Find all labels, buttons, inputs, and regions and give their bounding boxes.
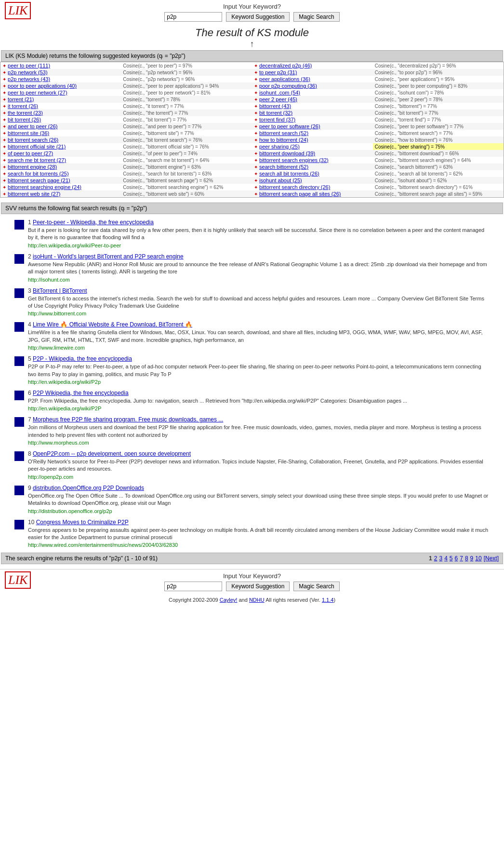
result-item: 2 isoHunt - World's largest BitTorrent a… (14, 253, 490, 283)
ks-left-keyword[interactable]: ✦ bittorrent site (36) (0, 130, 121, 136)
result-item: 1 Peer-to-peer - Wikipedia, the free enc… (14, 219, 490, 248)
result-title-link[interactable]: P2P - Wikipedia, the free encyclopedia (33, 355, 132, 362)
page-link[interactable]: 10 (475, 555, 481, 562)
search-results-list: 1 Peer-to-peer - Wikipedia, the free enc… (0, 219, 504, 548)
ks-right-keyword[interactable]: ✦ bittorrent search (52) (252, 130, 373, 136)
ks-left-keyword[interactable]: ✦ p2p networks (43) (0, 76, 121, 82)
ks-right-keyword[interactable]: ✦ bittorrent (43) (252, 103, 373, 109)
search-input-bottom[interactable] (164, 582, 222, 591)
ks-table-row: ✦ poor to peer applications (40) Cosine(… (0, 82, 504, 89)
ks-right-keyword[interactable]: ✦ isohunt about (25) (252, 177, 373, 184)
result-icon (14, 220, 24, 230)
result-title-link[interactable]: Lime Wire 🔥 Official Website & Free Down… (33, 321, 192, 328)
ks-left-keyword[interactable]: ✦ p2p network (53) (0, 69, 121, 76)
result-number: 7 (28, 416, 33, 423)
result-item: 9 distribution.OpenOffice.org P2P Downlo… (14, 485, 490, 514)
ks-left-keyword[interactable]: ✦ bittorrent search page (21) (0, 177, 121, 184)
ks-right-keyword[interactable]: ✦ search all bit torrents (26) (252, 170, 373, 177)
ks-left-keyword[interactable]: ✦ search for bit torrents (25) (0, 170, 121, 177)
result-title-link[interactable]: Peer-to-peer - Wikipedia, the free encyc… (33, 219, 154, 226)
magic-search-btn-top[interactable]: Magic Search (293, 12, 339, 22)
cayley-link[interactable]: Cayley! (220, 597, 238, 603)
ks-left-keyword[interactable]: ✦ torrent (21) (0, 96, 121, 103)
page-link[interactable]: 7 (460, 555, 463, 562)
ks-right-keyword[interactable]: ✦ how to bittorrent (24) (252, 136, 373, 143)
result-url[interactable]: http://www.wired.com/entertainment/music… (28, 542, 490, 548)
result-url[interactable]: http://en.wikipedia.org/wiki/Peer-to-pee… (28, 243, 490, 248)
ks-right-cosine: Cosine(c., "bittorrent search page all s… (373, 190, 504, 198)
page-links[interactable]: 12345678910[Next] (427, 555, 499, 562)
result-number-title: 2 isoHunt - World's largest BitTorrent a… (28, 253, 490, 260)
result-content: 5 P2P - Wikipedia, the free encyclopedia… (28, 355, 490, 385)
page-link[interactable]: 3 (439, 555, 442, 562)
ks-left-keyword[interactable]: ✦ bit torrent search (26) (0, 136, 121, 143)
ks-left-keyword[interactable]: ✦ poor to peer applications (40) (0, 82, 121, 89)
page-link[interactable]: 2 (434, 555, 438, 562)
ks-right-keyword[interactable]: ✦ bittorrent search engines (32) (252, 157, 373, 163)
magic-search-btn-bottom[interactable]: Magic Search (293, 582, 339, 591)
ks-left-keyword[interactable]: ✦ peer to peer network (27) (0, 89, 121, 96)
ks-right-keyword[interactable]: ✦ poor p2p computing (36) (252, 82, 373, 89)
result-title-link[interactable]: BitTorrent | BitTorrent (33, 287, 87, 294)
result-url[interactable]: http://isohunt.com (28, 277, 490, 283)
ks-right-keyword[interactable]: ✦ torrent find (37) (252, 116, 373, 123)
keyword-suggestion-btn-bottom[interactable]: Keyword Suggestion (226, 582, 290, 591)
ks-left-keyword[interactable]: ✦ bittorrent engine (28) (0, 163, 121, 170)
ks-left-cosine: Cosine(c., "bit torrent search") = 76% (121, 136, 252, 143)
ks-left-keyword[interactable]: ✦ bittorrent web site (27) (0, 190, 121, 198)
ks-right-keyword[interactable]: ✦ bittorrent search page all sites (26) (252, 190, 373, 198)
ks-left-keyword[interactable]: ✦ bittorrent official site (21) (0, 143, 121, 150)
ndhu-link[interactable]: NDHU (249, 597, 265, 603)
ks-left-keyword[interactable]: ✦ and peer to peer (26) (0, 123, 121, 130)
result-title-link[interactable]: isoHunt - World's largest BitTorrent and… (33, 253, 184, 260)
ks-table-row: ✦ peer to peer network (27) Cosine(c., "… (0, 89, 504, 96)
result-url[interactable]: http://www.bittorrent.com (28, 311, 490, 316)
search-input-top[interactable] (164, 12, 222, 22)
page-link[interactable]: 8 (465, 555, 468, 562)
ks-right-cosine: Cosine(c., "decentralized p2p") = 96% (373, 62, 504, 69)
page-link[interactable]: 4 (444, 555, 448, 562)
ks-left-keyword[interactable]: ✦ the torrent (23) (0, 109, 121, 116)
keyword-suggestion-btn-top[interactable]: Keyword Suggestion (226, 12, 290, 22)
ks-right-keyword[interactable]: ✦ search bittorrent (52) (252, 163, 373, 170)
result-title-link[interactable]: Morpheus free P2P file sharing program. … (33, 416, 223, 423)
ks-right-keyword[interactable]: ✦ peer sharing (25) (252, 143, 373, 150)
page-link[interactable]: 1 (429, 555, 432, 562)
ks-left-keyword[interactable]: ✦ bittorrent searching engine (24) (0, 184, 121, 190)
result-title-link[interactable]: P2P Wikipedia, the free encyclopedia (33, 390, 129, 396)
ks-left-keyword[interactable]: ✦ search me bt torrent (27) (0, 157, 121, 163)
ks-right-keyword[interactable]: ✦ to peer p2p (31) (252, 69, 373, 76)
page-link[interactable]: 6 (455, 555, 458, 562)
result-url[interactable]: http://distribution.openoffice.org/p2p (28, 508, 490, 514)
result-url[interactable]: http://en.wikipedia.org/wiki/P2P (28, 406, 490, 411)
result-url[interactable]: http://openp2p.com (28, 474, 490, 480)
page-link[interactable]: 5 (450, 555, 453, 562)
result-url[interactable]: http://www.limewire.com (28, 345, 490, 351)
result-icon (14, 288, 24, 298)
ks-left-keyword[interactable]: ✦ peer to peer (111) (0, 62, 121, 69)
ks-right-keyword[interactable]: ✦ bittorrent search directory (26) (252, 184, 373, 190)
ks-right-cosine: Cosine(c., "isohunt com") = 78% (373, 89, 504, 96)
page-link[interactable]: [Next] (484, 555, 499, 562)
ks-left-keyword[interactable]: ✦ it torrent (26) (0, 103, 121, 109)
ks-right-cosine: Cosine(c., "peer to peer software") = 77… (373, 123, 504, 130)
ks-left-keyword[interactable]: ✦ bit torrent (26) (0, 116, 121, 123)
ks-right-keyword[interactable]: ✦ decentralized p2p (46) (252, 62, 373, 69)
result-content: 4 Lime Wire 🔥 Official Website & Free Do… (28, 321, 490, 351)
result-title-link[interactable]: distribution.OpenOffice.org P2P Download… (33, 485, 144, 491)
version-link[interactable]: 1.1.4 (322, 597, 333, 603)
page-link[interactable]: 9 (470, 555, 474, 562)
ks-right-keyword[interactable]: ✦ peer applications (36) (252, 76, 373, 82)
result-url[interactable]: http://en.wikipedia.org/wiki/P2p (28, 379, 490, 385)
result-title-link[interactable]: Congress Moves to Criminalize P2P (36, 519, 129, 526)
ks-right-keyword[interactable]: ✦ bit torrent (32) (252, 109, 373, 116)
ks-right-keyword[interactable]: ✦ peer to peer software (26) (252, 123, 373, 130)
ks-left-keyword[interactable]: ✦ of peer to peer (27) (0, 150, 121, 157)
result-title-link[interactable]: OpenP2P.com -- p2p development, open sou… (33, 450, 191, 457)
ks-right-keyword[interactable]: ✦ bittorrent download (39) (252, 150, 373, 157)
pagination-bar: The search engine returns the results of… (1, 553, 503, 564)
result-url[interactable]: http://www.morpheus.com (28, 440, 490, 446)
ks-left-cosine: Cosine(c., "it torrent") = 77% (121, 103, 252, 109)
ks-right-keyword[interactable]: ✦ peer 2 peer (45) (252, 96, 373, 103)
ks-right-keyword[interactable]: ✦ isohunt .com (54) (252, 89, 373, 96)
